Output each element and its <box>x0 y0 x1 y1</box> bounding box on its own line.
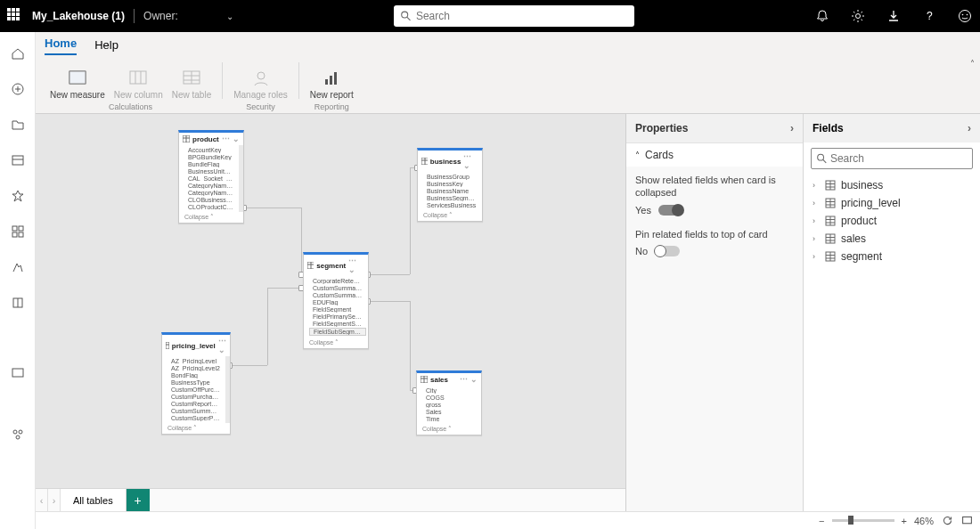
table-field[interactable]: CustomPurchaseType <box>171 394 220 400</box>
new-measure-button[interactable]: New measure <box>46 67 109 102</box>
fields-search[interactable] <box>811 148 973 169</box>
manage-roles-button[interactable]: Manage roles <box>230 67 291 102</box>
tab-help[interactable]: Help <box>94 38 118 55</box>
table-field[interactable]: CLOProductCombinedServices <box>188 204 233 210</box>
card-collapse[interactable]: Collapse ˄ <box>179 212 243 223</box>
table-card-pricing-level[interactable]: pricing_level⋯ ⌄ AZ_PricingLevelAZ_Prici… <box>161 332 231 435</box>
collapse-properties-icon[interactable]: › <box>790 122 794 134</box>
card-more-icon[interactable]: ⋯ ⌄ <box>222 134 240 143</box>
workspaces-icon[interactable] <box>9 426 27 444</box>
card-collapse[interactable]: Collapse ˄ <box>417 424 481 435</box>
card-collapse[interactable]: Collapse ˄ <box>418 210 482 221</box>
card-more-icon[interactable]: ⋯ ⌄ <box>460 375 478 384</box>
table-field[interactable]: BusinessSegmentName <box>427 195 477 201</box>
table-field[interactable]: CorporateRetentionFlag <box>313 278 363 284</box>
table-field[interactable]: CategoryNameCRMField <box>188 183 233 189</box>
app-launcher-icon[interactable] <box>7 8 23 24</box>
table-field[interactable]: CustomOffPurchaseType <box>171 387 220 393</box>
table-field[interactable]: BusinessName <box>427 188 477 194</box>
fields-header[interactable]: Fields › <box>804 114 980 142</box>
new-report-button[interactable]: New report <box>306 67 357 102</box>
fields-item-segment[interactable]: ›segment <box>804 248 980 265</box>
table-field[interactable]: BusinessType <box>171 379 220 386</box>
table-field[interactable]: CategoryNameDetail <box>188 190 233 196</box>
deploy-icon[interactable] <box>9 258 27 276</box>
table-card-sales[interactable]: sales⋯ ⌄ CityCOGSgrossSalesTime Collapse… <box>416 370 482 435</box>
toggle-show-related[interactable] <box>658 205 683 216</box>
table-field[interactable]: Time <box>426 416 476 422</box>
table-field[interactable]: AccountKey <box>188 147 233 153</box>
owner-dropdown[interactable]: ⌄ <box>226 12 233 21</box>
settings-icon[interactable] <box>850 8 866 24</box>
fields-search-input[interactable] <box>830 152 967 165</box>
model-canvas[interactable]: product⋯ ⌄ AccountKeyBPGBundleKeyBundleF… <box>36 114 626 511</box>
table-field[interactable]: CustomSuperPricingLevel <box>171 415 220 421</box>
zoom-slider[interactable] <box>832 519 894 522</box>
table-field[interactable]: EDUFlag <box>313 299 363 305</box>
fit-to-screen-icon[interactable] <box>960 515 973 527</box>
table-field[interactable]: BundleFlag <box>188 161 233 167</box>
global-search[interactable] <box>394 5 634 27</box>
card-more-icon[interactable]: ⋯ ⌄ <box>348 256 364 274</box>
download-icon[interactable] <box>886 8 902 24</box>
properties-section-cards[interactable]: ˄ Cards <box>626 142 803 167</box>
onelake-icon[interactable] <box>9 151 27 169</box>
table-field[interactable]: FieldPrimarySegment <box>313 313 363 320</box>
table-field[interactable]: CAL_Socket_Flag <box>188 175 233 182</box>
new-table-button[interactable]: New table <box>168 67 215 102</box>
table-field[interactable]: CLOBusinessUnit <box>188 197 233 203</box>
tab-prev[interactable]: ‹ <box>36 489 48 511</box>
table-field[interactable]: FieldSubSegment <box>309 328 366 336</box>
create-icon[interactable] <box>9 80 27 98</box>
zoom-out-button[interactable]: − <box>819 516 824 526</box>
table-field[interactable]: FieldSegment <box>313 306 363 313</box>
workspace-icon[interactable] <box>9 363 27 381</box>
table-card-segment[interactable]: segment⋯ ⌄ CorporateRetentionFlagCustomS… <box>303 252 369 349</box>
table-field[interactable]: ServicesBusiness <box>427 202 477 208</box>
fields-item-business[interactable]: ›business <box>804 176 980 194</box>
card-more-icon[interactable]: ⋯ ⌄ <box>218 337 226 354</box>
card-collapse[interactable]: Collapse ˄ <box>304 338 368 348</box>
add-diagram-tab[interactable]: + <box>127 489 150 511</box>
home-icon[interactable] <box>9 45 27 62</box>
table-field[interactable]: CustomSummarySegment <box>313 292 363 298</box>
tab-next[interactable]: › <box>48 489 61 511</box>
table-field[interactable]: City <box>426 387 476 394</box>
table-field[interactable]: BondFlag <box>171 372 220 378</box>
notifications-icon[interactable] <box>814 8 830 24</box>
table-field[interactable]: CustomSummarySector <box>313 285 363 291</box>
table-field[interactable]: gross <box>426 402 476 408</box>
properties-header[interactable]: Properties › <box>626 114 803 142</box>
collapse-fields-icon[interactable]: › <box>968 122 971 134</box>
table-field[interactable]: COGS <box>426 395 476 401</box>
fields-item-sales[interactable]: ›sales <box>804 230 980 248</box>
apps-icon[interactable] <box>9 223 27 240</box>
table-field[interactable]: BusinessGroup <box>427 174 477 180</box>
table-field[interactable]: BusinessKey <box>427 181 477 187</box>
toggle-pin-related[interactable] <box>655 246 680 256</box>
table-field[interactable]: AZ_PricingLevel2 <box>171 365 220 371</box>
monitor-icon[interactable] <box>9 187 27 205</box>
tab-home[interactable]: Home <box>45 37 77 55</box>
global-search-input[interactable] <box>416 10 627 22</box>
learn-icon[interactable] <box>9 294 27 312</box>
table-card-product[interactable]: product⋯ ⌄ AccountKeyBPGBundleKeyBundleF… <box>178 130 244 224</box>
card-collapse[interactable]: Collapse ˄ <box>162 423 230 434</box>
feedback-icon[interactable] <box>957 8 973 24</box>
table-field[interactable]: BPGBundleKey <box>188 154 233 160</box>
table-field[interactable]: Sales <box>426 409 476 415</box>
reset-zoom-icon[interactable] <box>941 515 953 527</box>
diagram-tab-all-tables[interactable]: All tables <box>61 489 127 511</box>
card-more-icon[interactable]: ⋯ ⌄ <box>463 152 478 170</box>
help-icon[interactable]: ? <box>921 8 937 24</box>
zoom-in-button[interactable]: + <box>902 516 907 526</box>
new-column-button[interactable]: New column <box>110 67 167 102</box>
browse-icon[interactable] <box>9 116 27 134</box>
fields-item-pricing_level[interactable]: ›pricing_level <box>804 194 980 212</box>
table-field[interactable]: CustomReportSummaryRateType <box>171 401 220 407</box>
table-field[interactable]: AZ_PricingLevel <box>171 358 220 364</box>
fields-item-product[interactable]: ›product <box>804 212 980 230</box>
ribbon-collapse-button[interactable]: ˄ <box>970 59 975 69</box>
table-field[interactable]: CustomSummaryPurchaseType <box>171 408 220 414</box>
table-field[interactable]: BusinessUnitName <box>188 168 233 175</box>
